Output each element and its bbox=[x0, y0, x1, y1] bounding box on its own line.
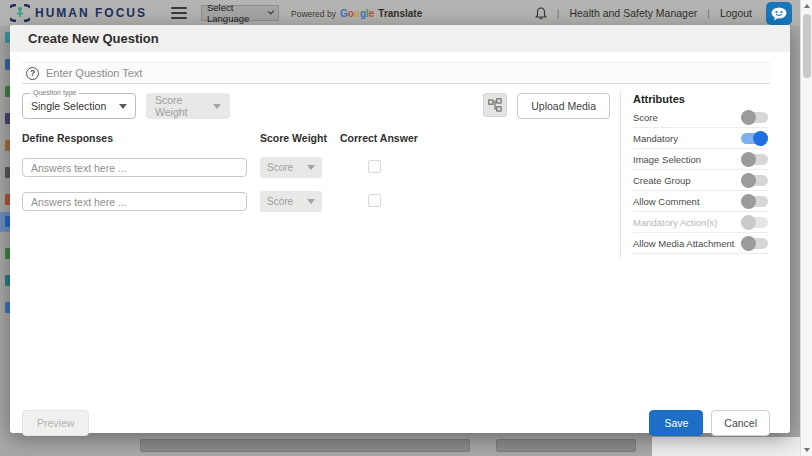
user-role-label[interactable]: Health and Safety Manager bbox=[569, 7, 697, 19]
define-responses-header: Define Responses bbox=[22, 132, 260, 144]
attribute-row-allow-media-attachment: Allow Media Attachment bbox=[633, 233, 768, 254]
attribute-label: Mandatory bbox=[633, 133, 678, 144]
translate-label: Translate bbox=[378, 8, 422, 19]
mandatory-actions-toggle bbox=[741, 217, 768, 228]
modal-title: Create New Question bbox=[28, 31, 159, 46]
attribute-label: Create Group bbox=[633, 175, 691, 186]
language-select-value: Select Language bbox=[207, 2, 269, 24]
preview-button: Preview bbox=[22, 410, 89, 436]
score-weight-select-disabled: Score Weight bbox=[146, 93, 230, 119]
score-weight-select-label: Score Weight bbox=[155, 94, 213, 118]
attribute-row-allow-comment: Allow Comment bbox=[633, 191, 768, 212]
score-weight-header: Score Weight bbox=[260, 132, 340, 144]
allow-media-attachment-toggle[interactable] bbox=[741, 238, 768, 249]
help-icon: ? bbox=[26, 67, 39, 80]
modal-header: Create New Question bbox=[10, 25, 790, 52]
dropdown-arrow-icon bbox=[119, 104, 127, 109]
scrollbar[interactable] bbox=[800, 0, 812, 456]
answer-score-value: Score bbox=[267, 196, 293, 207]
question-type-select[interactable]: Question type Single Selection bbox=[22, 93, 136, 119]
brand-name: HUMAN FOCUS bbox=[35, 6, 147, 20]
scrollbar-thumb[interactable] bbox=[803, 14, 811, 78]
attribute-label: Score bbox=[633, 112, 658, 123]
attribute-row-mandatory-actions: Mandatory Action(s) bbox=[633, 212, 768, 233]
screen: HUMAN FOCUS Select Language Powered by G… bbox=[0, 0, 812, 456]
attribute-label: Allow Media Attachment bbox=[633, 238, 734, 249]
answer-score-select-disabled: Score bbox=[260, 191, 322, 212]
sitemap-icon bbox=[488, 98, 502, 112]
correct-answer-checkbox[interactable] bbox=[368, 194, 381, 207]
dropdown-arrow-icon bbox=[213, 104, 221, 109]
correct-answer-header: Correct Answer bbox=[340, 132, 460, 144]
app-header: HUMAN FOCUS Select Language Powered by G… bbox=[0, 0, 800, 26]
image-selection-toggle[interactable] bbox=[741, 154, 768, 165]
header-separator: | bbox=[707, 8, 710, 19]
create-question-modal: Create New Question ? Enter Question Tex… bbox=[10, 25, 790, 433]
attribute-label: Image Selection bbox=[633, 154, 701, 165]
correct-answer-checkbox[interactable] bbox=[368, 160, 381, 173]
attribute-row-image-selection: Image Selection bbox=[633, 149, 768, 170]
dropdown-arrow-icon bbox=[307, 165, 315, 170]
notifications-bell-icon[interactable] bbox=[535, 7, 547, 20]
question-text-editor[interactable]: ? Enter Question Text bbox=[22, 62, 770, 84]
brand-logo[interactable]: HUMAN FOCUS bbox=[10, 4, 147, 22]
question-text-placeholder: Enter Question Text bbox=[46, 67, 142, 79]
sidebar-strip bbox=[0, 26, 10, 356]
attribute-label: Allow Comment bbox=[633, 196, 700, 207]
scroll-down-arrow-icon[interactable] bbox=[801, 444, 812, 456]
menu-hamburger-icon[interactable] bbox=[171, 4, 187, 22]
mandatory-toggle[interactable] bbox=[741, 133, 768, 144]
attribute-row-score: Score bbox=[633, 107, 768, 128]
attributes-title: Attributes bbox=[633, 93, 768, 105]
answer-text-input[interactable] bbox=[22, 158, 247, 177]
human-focus-logo-icon bbox=[10, 4, 30, 22]
question-type-value: Single Selection bbox=[31, 100, 106, 112]
dropdown-arrow-icon bbox=[307, 199, 315, 204]
google-wordmark: Google bbox=[340, 8, 374, 19]
upload-media-button[interactable]: Upload Media bbox=[517, 93, 610, 119]
powered-by-label: Powered by bbox=[291, 9, 336, 19]
score-toggle[interactable] bbox=[741, 112, 768, 123]
response-row: Score bbox=[22, 191, 620, 212]
question-branching-button[interactable] bbox=[483, 93, 507, 117]
responses-header-row: Define Responses Score Weight Correct An… bbox=[22, 132, 620, 144]
attribute-label: Mandatory Action(s) bbox=[633, 217, 717, 228]
answer-text-input[interactable] bbox=[22, 192, 247, 211]
scroll-up-arrow-icon[interactable] bbox=[801, 0, 812, 12]
cancel-button[interactable]: Cancel bbox=[711, 410, 770, 436]
attribute-row-mandatory: Mandatory bbox=[633, 128, 768, 149]
header-separator: | bbox=[557, 8, 560, 19]
response-row: Score bbox=[22, 157, 620, 178]
attributes-panel: Attributes Score Mandatory Image Selecti… bbox=[620, 91, 770, 258]
answer-score-select-disabled: Score bbox=[260, 157, 322, 178]
question-type-label: Question type bbox=[30, 89, 79, 96]
chat-bubble-face-icon bbox=[770, 6, 788, 22]
language-select[interactable]: Select Language bbox=[201, 5, 279, 21]
attribute-row-create-group: Create Group bbox=[633, 170, 768, 191]
allow-comment-toggle[interactable] bbox=[741, 196, 768, 207]
question-config-area: Question type Single Selection Score Wei… bbox=[22, 84, 620, 258]
save-button[interactable]: Save bbox=[649, 410, 703, 436]
answer-score-value: Score bbox=[267, 162, 293, 173]
modal-body: ? Enter Question Text Question type Sing… bbox=[10, 62, 790, 443]
logout-link[interactable]: Logout bbox=[720, 7, 752, 19]
create-group-toggle[interactable] bbox=[741, 175, 768, 186]
google-translate-attribution: Powered by Google Translate bbox=[291, 8, 422, 19]
chat-widget-button[interactable] bbox=[766, 2, 792, 25]
